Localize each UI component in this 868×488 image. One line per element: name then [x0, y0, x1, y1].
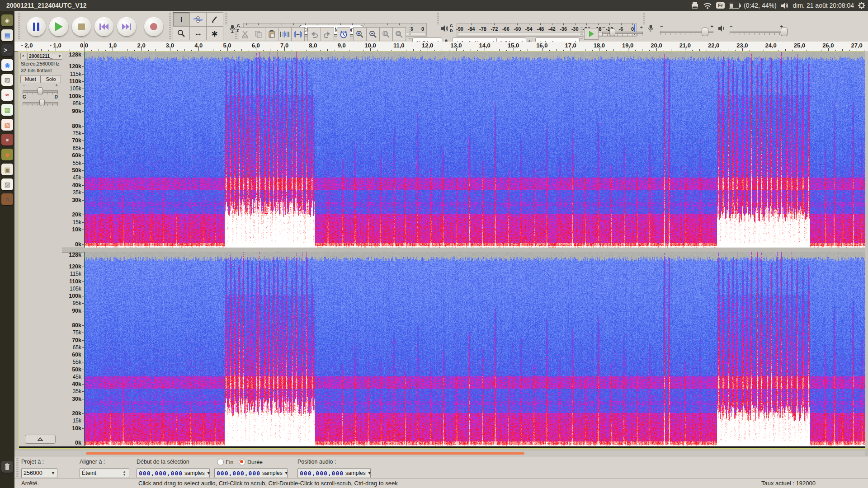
battery-status: (0:42, 44%) — [744, 2, 776, 9]
launcher-item-files-app[interactable]: ▤ — [1, 29, 13, 41]
track-collapse-button[interactable] — [25, 435, 56, 444]
record-icon — [150, 23, 157, 30]
copy-button[interactable] — [252, 27, 265, 41]
playback-speed-slider[interactable]: − + — [602, 29, 643, 33]
launcher-item-web-browser[interactable]: ◉ — [1, 59, 13, 71]
launcher-item-presentation-app[interactable]: ▧ — [1, 119, 13, 131]
track-gain-slider[interactable]: − + — [23, 88, 58, 91]
audio-position-field[interactable]: 000,000,000samples▼ — [297, 468, 371, 478]
keyboard-layout-indicator[interactable]: Fr — [716, 2, 725, 9]
playback-meter-speaker-icon[interactable] — [441, 25, 448, 32]
sync-lock-button[interactable] — [337, 27, 350, 41]
playback-speed-thumb[interactable] — [609, 28, 615, 36]
timeshift-tool-button[interactable]: ↔ — [189, 26, 207, 40]
frequency-ruler-left-channel[interactable]: 128k120k115k110k105k100k95k90k80k75k70k6… — [62, 52, 85, 248]
launcher-item-audacity[interactable]: ∩ — [1, 193, 13, 205]
trim-audio-button[interactable] — [278, 27, 292, 41]
zoom-tool-button[interactable] — [173, 26, 190, 40]
selection-tool-button[interactable]: I — [173, 12, 190, 26]
mixer-grip[interactable] — [643, 13, 645, 25]
track-name-menu[interactable]: 20001211_▼ — [27, 53, 63, 60]
transport-grip[interactable] — [18, 13, 20, 40]
track-pan-thumb[interactable] — [39, 99, 45, 106]
trash-icon[interactable] — [1, 461, 13, 473]
selection-end-radio[interactable]: Fin — [217, 459, 233, 465]
frequency-label: 65k — [73, 344, 81, 351]
selection-length-radio[interactable]: Durée — [239, 459, 263, 465]
selection-toolbar-grip[interactable] — [16, 458, 19, 477]
frequency-label: 20k — [72, 211, 81, 218]
recording-meter-grip[interactable] — [225, 13, 227, 25]
undo-button[interactable] — [307, 27, 321, 41]
launcher-item-document-reader[interactable]: ≈ — [1, 89, 13, 101]
launcher-item-notes-app[interactable]: ▨ — [1, 178, 13, 190]
record-button[interactable] — [144, 17, 163, 36]
track-pan-slider[interactable]: G D — [23, 99, 58, 103]
snap-to-select[interactable]: Éteint ▲▼ — [80, 468, 129, 478]
clock[interactable]: dim. 21 août 20:08:04 — [793, 2, 854, 9]
vertical-scrollbar[interactable] — [865, 51, 868, 448]
frequency-label: 120k — [69, 263, 81, 270]
launcher-item-text-editor[interactable]: ▨ — [1, 74, 13, 86]
play-at-speed-button[interactable] — [584, 28, 599, 40]
solo-button[interactable]: Solo — [41, 75, 61, 83]
spectrogram-right-channel[interactable] — [84, 252, 866, 446]
frequency-label: 40k — [72, 182, 81, 188]
frequency-label: 128k — [69, 252, 81, 258]
track-menu-arrow-icon: ▼ — [58, 53, 61, 59]
silence-audio-button[interactable] — [291, 27, 305, 41]
track-close-button[interactable]: × — [20, 53, 26, 59]
fit-project-button[interactable] — [392, 27, 406, 41]
printer-icon[interactable] — [691, 2, 699, 9]
skip-to-start-button[interactable] — [94, 17, 113, 36]
launcher-item-dash-home[interactable]: ◈ — [1, 14, 13, 26]
envelope-tool-button[interactable] — [189, 12, 207, 26]
spin-arrows-icon: ▲▼ — [122, 469, 127, 477]
pause-button[interactable] — [27, 17, 46, 36]
frequency-label: 115k — [70, 71, 81, 77]
launcher-item-spreadsheet-app[interactable]: ▦ — [1, 104, 13, 116]
recording-volume-thumb[interactable] — [702, 28, 708, 36]
device-toolbar-grip[interactable] — [409, 27, 411, 40]
timeline-ruler[interactable]: - 2,0- 1,00,01,02,03,04,05,06,07,08,09,0… — [14, 42, 868, 52]
stop-button[interactable] — [72, 17, 91, 36]
playback-volume-slider[interactable]: − + — [730, 28, 783, 32]
skip-to-end-button[interactable] — [117, 17, 136, 36]
launcher-item-archive-manager[interactable]: ▣ — [1, 164, 13, 175]
paste-button[interactable] — [265, 27, 278, 41]
cut-button[interactable] — [239, 27, 252, 41]
slider-max-label: + — [640, 24, 643, 30]
fit-selection-button[interactable] — [379, 27, 393, 41]
launcher-item-media-app[interactable]: ● — [1, 134, 13, 145]
spectrogram-left-channel[interactable] — [84, 52, 866, 248]
frequency-label: 65k — [73, 145, 81, 151]
horizontal-scrollbar[interactable] — [14, 450, 865, 456]
transcription-grip[interactable] — [580, 27, 583, 40]
selection-length-field[interactable]: 000,000,000samples▼ — [214, 468, 288, 478]
zoom-out-button[interactable] — [366, 27, 380, 41]
selection-start-field[interactable]: 000,000,000samples▼ — [137, 468, 210, 478]
frequency-ruler-right-channel[interactable]: 128k120k115k110k105k100k95k90k80k75k70k6… — [62, 252, 85, 446]
draw-tool-button[interactable] — [206, 12, 223, 26]
tools-grip[interactable] — [169, 13, 171, 40]
playback-volume-thumb[interactable] — [781, 28, 788, 36]
zoom-in-button[interactable] — [353, 27, 367, 41]
recording-volume-slider[interactable]: − + — [660, 28, 713, 32]
session-gear-icon[interactable] — [858, 2, 865, 9]
play-button[interactable] — [49, 17, 68, 36]
undo-icon — [310, 31, 319, 38]
wifi-icon[interactable] — [703, 2, 712, 9]
edit-toolbar-grip[interactable] — [235, 27, 237, 40]
playback-meter-grip[interactable] — [437, 13, 439, 25]
redo-button[interactable] — [321, 27, 334, 41]
battery-icon[interactable] — [729, 3, 740, 9]
pencil-icon — [211, 15, 219, 23]
pause-icon — [33, 23, 39, 31]
mute-button[interactable]: Muet — [20, 75, 41, 83]
launcher-item-graphics-app[interactable]: ◆ — [1, 149, 13, 160]
horizontal-scrollbar-thumb[interactable] — [86, 452, 524, 455]
track-gain-thumb[interactable] — [38, 87, 43, 94]
volume-icon[interactable] — [781, 2, 789, 9]
project-rate-select[interactable]: 256000 ▼ — [21, 468, 57, 478]
multi-tool-button[interactable]: ∗ — [206, 26, 223, 40]
